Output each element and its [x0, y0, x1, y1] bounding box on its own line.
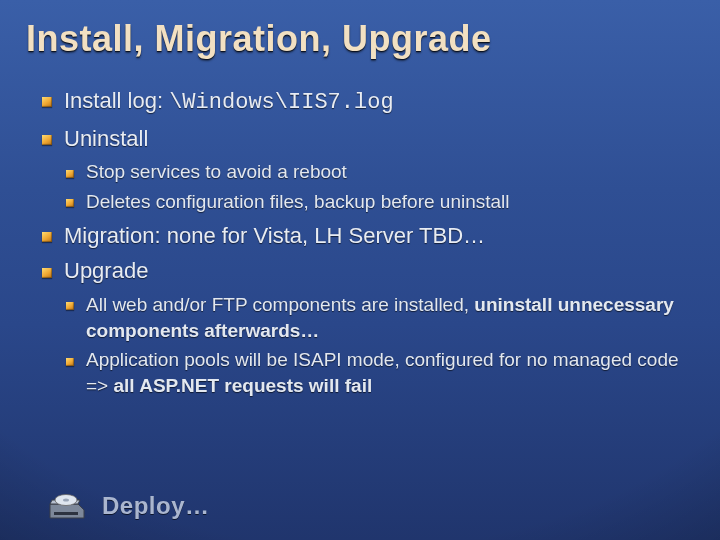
- cd-drive-icon: [48, 490, 88, 522]
- list-item: All web and/or FTP components are instal…: [64, 292, 690, 343]
- footer-label: Deploy…: [102, 492, 210, 520]
- svg-marker-0: [50, 504, 84, 518]
- slide: Install, Migration, Upgrade Install log:…: [0, 0, 720, 540]
- square-bullet-icon: [42, 268, 52, 278]
- code-path: \Windows\IIS7.log: [169, 90, 393, 115]
- list-item: Application pools will be ISAPI mode, co…: [64, 347, 690, 398]
- text: Migration: none for Vista, LH Server TBD…: [64, 223, 485, 248]
- bullet-list: Install log: \Windows\IIS7.log Uninstall…: [40, 86, 690, 405]
- text: All web and/or FTP components are instal…: [86, 294, 474, 315]
- text: Uninstall: [64, 126, 148, 151]
- list-item: Upgrade All web and/or FTP components ar…: [40, 256, 690, 398]
- footer: Deploy…: [48, 490, 210, 522]
- text: Stop services to avoid a reboot: [86, 161, 347, 182]
- sub-list: All web and/or FTP components are instal…: [64, 292, 690, 399]
- text: Upgrade: [64, 258, 148, 283]
- list-item: Install log: \Windows\IIS7.log: [40, 86, 690, 118]
- text: Install log:: [64, 88, 169, 113]
- list-item: Deletes configuration files, backup befo…: [64, 189, 690, 215]
- square-bullet-icon: [42, 135, 52, 145]
- list-item: Migration: none for Vista, LH Server TBD…: [40, 221, 690, 251]
- slide-title: Install, Migration, Upgrade: [26, 18, 492, 60]
- svg-point-3: [63, 498, 69, 501]
- list-item: Stop services to avoid a reboot: [64, 159, 690, 185]
- list-item: Uninstall Stop services to avoid a reboo…: [40, 124, 690, 215]
- sub-list: Stop services to avoid a reboot Deletes …: [64, 159, 690, 214]
- text-bold: all ASP.NET requests will fail: [113, 375, 372, 396]
- square-bullet-icon: [42, 232, 52, 242]
- svg-rect-4: [54, 512, 78, 515]
- square-bullet-icon: [42, 97, 52, 107]
- square-bullet-icon: [66, 199, 74, 207]
- square-bullet-icon: [66, 170, 74, 178]
- square-bullet-icon: [66, 302, 74, 310]
- text: Deletes configuration files, backup befo…: [86, 191, 510, 212]
- square-bullet-icon: [66, 358, 74, 366]
